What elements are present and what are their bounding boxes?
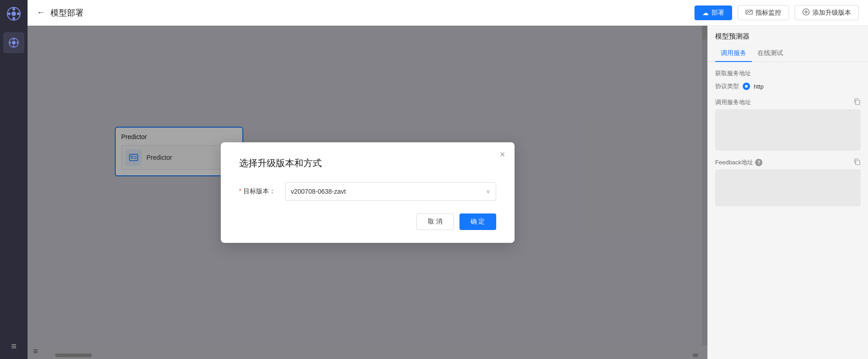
svg-rect-21 bbox=[856, 100, 860, 105]
invoke-address-box bbox=[715, 109, 861, 151]
svg-point-10 bbox=[9, 42, 11, 44]
svg-rect-22 bbox=[856, 160, 860, 165]
page-title: 模型部署 bbox=[50, 7, 689, 18]
add-version-button[interactable]: 添加升级版本 bbox=[795, 5, 859, 20]
back-button[interactable]: ← bbox=[37, 8, 45, 17]
sidebar-logo bbox=[5, 5, 23, 23]
right-panel-content: 获取服务地址 协议类型 http 调用服务地址 Feedback地址 bbox=[708, 62, 868, 359]
confirm-button[interactable]: 确 定 bbox=[459, 213, 496, 230]
logo-icon bbox=[6, 6, 21, 21]
modal-close-button[interactable]: × bbox=[500, 150, 505, 159]
svg-point-5 bbox=[17, 12, 20, 15]
protocol-radio[interactable] bbox=[743, 83, 750, 90]
invoke-address-row: 调用服务地址 bbox=[715, 98, 861, 107]
monitor-icon bbox=[745, 8, 753, 17]
tab-invoke-service[interactable]: 调用服务 bbox=[715, 45, 752, 62]
feedback-label: Feedback地址 ? bbox=[715, 158, 762, 167]
required-mark: * bbox=[239, 187, 241, 195]
main-area: ← 模型部署 ☁ 部署 指标监控 添加升级版本 bbox=[28, 0, 868, 359]
svg-point-2 bbox=[12, 8, 15, 11]
add-icon bbox=[802, 8, 810, 17]
svg-point-3 bbox=[12, 17, 15, 20]
content-area: Predictor Predictor bbox=[28, 26, 868, 359]
header: ← 模型部署 ☁ 部署 指标监控 添加升级版本 bbox=[28, 0, 868, 26]
cancel-button[interactable]: 取 消 bbox=[416, 213, 454, 230]
model-icon bbox=[8, 37, 19, 48]
svg-point-4 bbox=[8, 12, 11, 15]
deploy-button[interactable]: ☁ 部署 bbox=[694, 6, 732, 20]
modal-overlay: × 选择升级版本和方式 *目标版本： v200708-0638-zavt ∨ 取… bbox=[28, 26, 707, 359]
modal-actions: 取 消 确 定 bbox=[239, 213, 496, 230]
feedback-address-box bbox=[715, 169, 861, 206]
protocol-row: 协议类型 http bbox=[715, 82, 861, 90]
svg-point-8 bbox=[13, 38, 15, 40]
tab-online-test[interactable]: 在线测试 bbox=[752, 45, 789, 62]
right-panel: 模型预测器 调用服务 在线测试 获取服务地址 协议类型 http 调用服务地址 bbox=[707, 26, 868, 359]
modal-dialog: × 选择升级版本和方式 *目标版本： v200708-0638-zavt ∨ 取… bbox=[221, 142, 515, 243]
right-panel-title: 模型预测器 bbox=[708, 26, 868, 45]
menu-icon: ≡ bbox=[11, 341, 17, 351]
get-service-address-label: 获取服务地址 bbox=[715, 69, 861, 78]
svg-point-9 bbox=[13, 45, 15, 47]
svg-point-1 bbox=[11, 11, 16, 16]
svg-point-7 bbox=[12, 41, 16, 45]
monitor-button[interactable]: 指标监控 bbox=[738, 5, 789, 20]
copy-invoke-address-icon[interactable] bbox=[853, 98, 861, 107]
select-arrow-icon: ∨ bbox=[486, 188, 490, 195]
copy-feedback-address-icon[interactable] bbox=[853, 158, 861, 167]
sidebar: ≡ bbox=[0, 0, 28, 359]
protocol-label: 协议类型 bbox=[715, 82, 739, 90]
deploy-icon: ☁ bbox=[702, 9, 709, 17]
version-select[interactable]: v200708-0638-zavt ∨ bbox=[285, 182, 496, 201]
protocol-value: http bbox=[754, 83, 764, 90]
svg-point-11 bbox=[17, 42, 18, 44]
sidebar-item-model[interactable] bbox=[3, 32, 24, 53]
sidebar-bottom: ≡ bbox=[11, 341, 17, 352]
feedback-row: Feedback地址 ? bbox=[715, 158, 861, 167]
help-icon[interactable]: ? bbox=[755, 159, 762, 166]
canvas-area: Predictor Predictor bbox=[28, 26, 707, 359]
right-panel-tabs: 调用服务 在线测试 bbox=[708, 45, 868, 62]
invoke-address-label: 调用服务地址 bbox=[715, 98, 751, 107]
modal-title: 选择升级版本和方式 bbox=[239, 157, 496, 169]
modal-form-label: *目标版本： bbox=[239, 187, 285, 196]
modal-form-row: *目标版本： v200708-0638-zavt ∨ bbox=[239, 182, 496, 201]
